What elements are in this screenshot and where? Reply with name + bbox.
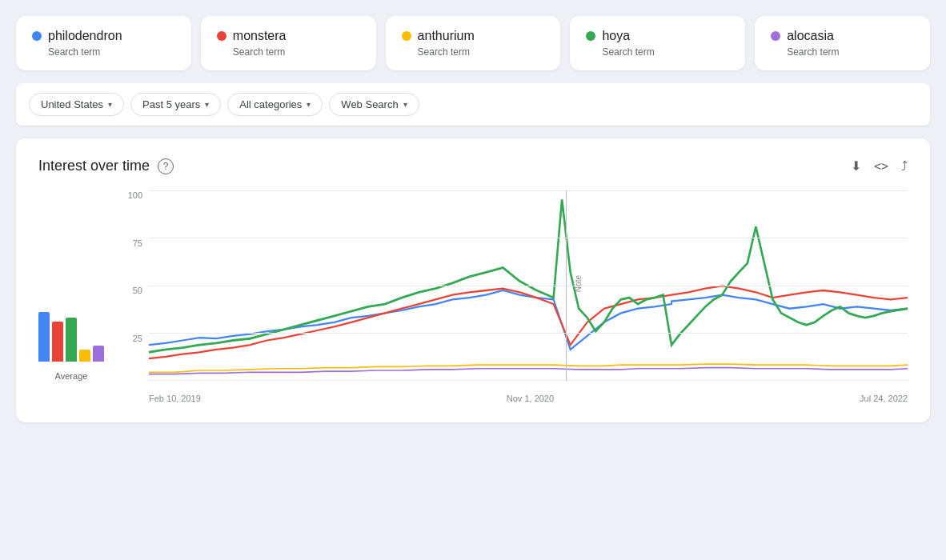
- filters-row: United States ▾ Past 5 years ▾ All categ…: [16, 83, 930, 126]
- trend-chart-svg: [149, 190, 908, 390]
- hoya-line: [149, 199, 908, 352]
- term-card-monstera[interactable]: monsteraSearch term: [201, 16, 376, 70]
- term-name-anthurium: anthurium: [418, 29, 475, 43]
- region-filter[interactable]: United States ▾: [29, 93, 124, 116]
- download-icon[interactable]: ⬇: [851, 158, 861, 174]
- term-name-alocasia: alocasia: [787, 29, 834, 43]
- term-dot-monstera: [217, 31, 226, 41]
- chart-left-avg: Average: [38, 306, 104, 403]
- chart-plot-area: Note: [149, 190, 908, 403]
- category-chevron-icon: ▾: [307, 100, 311, 109]
- chart-body: Average 100755025: [38, 190, 908, 403]
- x-label-1: Nov 1, 2020: [507, 394, 554, 403]
- term-dot-anthurium: [402, 31, 411, 41]
- search-type-filter[interactable]: Web Search ▾: [329, 93, 419, 116]
- term-name-philodendron: philodendron: [48, 29, 122, 43]
- chart-title-group: Interest over time ?: [38, 158, 174, 174]
- chart-section: Interest over time ? ⬇ <> ⤴ Average: [16, 138, 930, 422]
- y-label-1: 75: [133, 238, 142, 248]
- note-line: [566, 190, 567, 381]
- term-card-alocasia[interactable]: alocasiaSearch term: [755, 16, 930, 70]
- term-type-hoya: Search term: [602, 46, 729, 58]
- y-axis: 100755025: [120, 190, 149, 381]
- term-type-philodendron: Search term: [48, 46, 175, 58]
- y-label-3: 25: [133, 334, 142, 343]
- avg-bars: [38, 306, 104, 362]
- term-card-anthurium[interactable]: anthuriumSearch term: [386, 16, 561, 70]
- period-chevron-icon: ▾: [205, 100, 209, 109]
- term-dot-hoya: [586, 31, 595, 41]
- region-label: United States: [41, 98, 103, 110]
- chart-title: Interest over time: [38, 158, 150, 174]
- note-text: Note: [574, 275, 583, 292]
- term-card-philodendron[interactable]: philodendronSearch term: [16, 16, 191, 70]
- chart-header: Interest over time ? ⬇ <> ⤴: [38, 158, 908, 174]
- y-label-2: 50: [133, 286, 142, 295]
- x-axis: Feb 10, 2019Nov 1, 2020Jul 24, 2022: [149, 390, 908, 403]
- term-dot-alocasia: [771, 31, 780, 41]
- period-label: Past 5 years: [142, 98, 200, 110]
- search-type-chevron-icon: ▾: [403, 100, 407, 109]
- chart-main: 100755025 Note: [120, 190, 908, 403]
- x-label-2: Jul 24, 2022: [860, 394, 908, 403]
- chart-actions: ⬇ <> ⤴: [851, 158, 908, 174]
- avg-bar-2: [66, 318, 77, 362]
- avg-bar-1: [52, 322, 63, 362]
- search-type-label: Web Search: [341, 98, 398, 110]
- term-type-monstera: Search term: [233, 46, 360, 58]
- term-name-hoya: hoya: [602, 29, 630, 43]
- avg-bar-0: [38, 312, 50, 362]
- category-filter[interactable]: All categories ▾: [227, 93, 323, 116]
- help-icon[interactable]: ?: [158, 158, 174, 174]
- search-terms-row: philodendronSearch termmonsteraSearch te…: [16, 16, 930, 70]
- term-card-hoya[interactable]: hoyaSearch term: [570, 16, 745, 70]
- term-dot-philodendron: [32, 31, 42, 41]
- share-icon[interactable]: ⤴: [901, 159, 908, 174]
- embed-icon[interactable]: <>: [874, 159, 888, 174]
- term-type-alocasia: Search term: [787, 46, 914, 58]
- period-filter[interactable]: Past 5 years ▾: [130, 93, 221, 116]
- term-type-anthurium: Search term: [418, 46, 545, 58]
- x-label-0: Feb 10, 2019: [149, 394, 201, 403]
- term-name-monstera: monstera: [233, 29, 287, 43]
- avg-bar-4: [93, 346, 104, 362]
- category-label: All categories: [239, 98, 302, 110]
- y-label-0: 100: [128, 190, 142, 200]
- region-chevron-icon: ▾: [108, 100, 112, 109]
- avg-bar-3: [79, 350, 90, 362]
- avg-label: Average: [55, 371, 88, 381]
